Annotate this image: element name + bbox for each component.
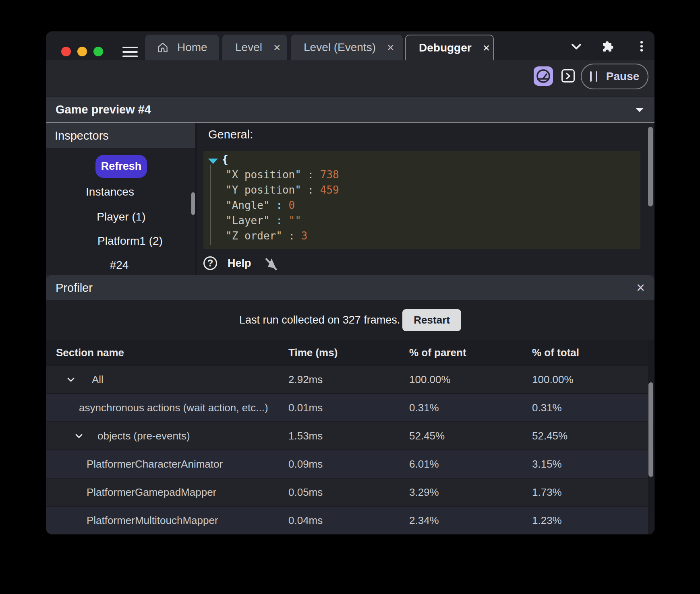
column-header-parent: % of parent — [409, 346, 532, 359]
section-name: asynchronous actions (wait action, etc..… — [79, 402, 268, 414]
chevron-down-icon[interactable] — [74, 431, 84, 441]
json-line: "Layer" : "" — [226, 214, 301, 227]
chevron-down-icon[interactable] — [570, 39, 583, 53]
percent-of-parent: 6.01% — [409, 458, 532, 470]
time-ms: 0.04ms — [288, 514, 409, 527]
inspectors-title: Inspectors — [55, 129, 109, 142]
close-window-button[interactable] — [61, 47, 71, 56]
profiler-scrollbar[interactable] — [648, 382, 653, 477]
pause-icon — [590, 71, 597, 82]
section-name: All — [92, 373, 104, 386]
column-header-section: Section name — [46, 346, 288, 359]
kebab-menu-icon[interactable] — [635, 39, 648, 53]
profiler-panel: Last run collected on 327 frames. Restar… — [46, 300, 654, 534]
percent-of-total: 1.73% — [532, 486, 654, 499]
time-ms: 1.53ms — [288, 430, 409, 442]
table-row[interactable]: objects (pre-events) 1.53ms 52.45% 52.45… — [46, 421, 654, 450]
percent-of-total: 3.15% — [532, 458, 654, 470]
table-row[interactable]: PlatformerCharacterAnimator 0.09ms 6.01%… — [46, 450, 654, 478]
dropdown-triangle-icon[interactable] — [634, 105, 645, 114]
column-header-time: Time (ms) — [288, 346, 409, 359]
pick-instance-disabled-icon[interactable] — [262, 255, 278, 272]
zoom-window-button[interactable] — [93, 47, 103, 56]
json-line: "Z order" : 3 — [226, 230, 308, 242]
game-preview-bar[interactable]: Game preview #4 — [46, 97, 654, 123]
inspectors-panel: Inspectors Refresh Instances Player (1) … — [46, 123, 197, 275]
tree-item-instances[interactable]: Instances — [46, 186, 185, 198]
tab-label: Level (Events) — [304, 41, 376, 54]
section-name: PlatformerMultitouchMapper — [87, 514, 218, 527]
percent-of-total: 100.00% — [532, 373, 654, 386]
profiler-table: All 2.92ms 100.00% 100.00% asynchronous … — [46, 365, 654, 534]
percent-of-parent: 0.31% — [409, 402, 532, 414]
close-profiler-icon[interactable]: × — [636, 280, 645, 295]
profiler-header: Profiler × — [46, 275, 654, 300]
percent-of-parent: 2.34% — [409, 514, 532, 527]
pause-label: Pause — [606, 70, 640, 83]
restart-button[interactable]: Restart — [402, 309, 461, 331]
close-tab-icon[interactable]: × — [387, 41, 394, 54]
section-name: PlatformerCharacterAnimator — [87, 458, 223, 470]
section-name: objects (pre-events) — [97, 430, 190, 442]
minimize-window-button[interactable] — [77, 47, 87, 56]
json-line: "Angle" : 0 — [226, 199, 295, 211]
extensions-puzzle-icon[interactable] — [601, 39, 615, 54]
tab-level[interactable]: Level × — [222, 35, 287, 60]
time-ms: 0.09ms — [288, 458, 409, 470]
tree-item-platform1[interactable]: Platform1 (2) — [55, 235, 205, 248]
expand-triangle-icon[interactable] — [207, 156, 219, 168]
tab-debugger[interactable]: Debugger × — [405, 35, 494, 60]
table-row[interactable]: PlatformerMultitouchMapper 0.04ms 2.34% … — [46, 506, 654, 534]
time-ms: 0.05ms — [288, 486, 409, 499]
tab-label: Level — [235, 41, 262, 54]
debugger-content: Inspectors Refresh Instances Player (1) … — [46, 123, 654, 275]
home-icon — [156, 41, 169, 54]
tab-level-events[interactable]: Level (Events) × — [291, 35, 403, 60]
table-row[interactable]: PlatformerGamepadMapper 0.05ms 3.29% 1.7… — [46, 478, 654, 506]
chevron-down-icon[interactable] — [66, 375, 76, 384]
percent-of-parent: 100.00% — [409, 373, 532, 386]
tab-label: Debugger — [419, 41, 472, 54]
console-button[interactable] — [561, 69, 575, 82]
tab-bar: Home Level × Level (Events) × Debugger × — [46, 31, 654, 60]
column-header-total: % of total — [532, 346, 654, 359]
percent-of-parent: 52.45% — [409, 430, 532, 442]
tab-home[interactable]: Home — [145, 35, 219, 60]
close-tab-icon[interactable]: × — [273, 41, 281, 54]
inspectors-scrollbar[interactable] — [191, 192, 195, 215]
window-controls — [61, 47, 103, 56]
general-title: General: — [208, 128, 253, 141]
help-label[interactable]: Help — [228, 257, 251, 270]
percent-of-total: 0.31% — [532, 402, 654, 414]
percent-of-parent: 3.29% — [409, 486, 532, 499]
section-name: PlatformerGamepadMapper — [87, 486, 216, 499]
refresh-button[interactable]: Refresh — [95, 155, 147, 178]
app-window: Home Level × Level (Events) × Debugger × — [46, 31, 654, 534]
time-ms: 0.01ms — [288, 402, 409, 414]
table-row[interactable]: All 2.92ms 100.00% 100.00% — [46, 365, 654, 393]
tree-item-instance-24[interactable]: #24 — [46, 259, 195, 272]
close-tab-icon[interactable]: × — [483, 42, 490, 54]
hamburger-menu-icon[interactable] — [122, 47, 138, 57]
percent-of-total: 52.45% — [532, 430, 654, 442]
tree-item-player[interactable]: Player (1) — [46, 210, 197, 223]
indent-guide — [210, 165, 211, 245]
json-line: "X position" : 738 — [226, 169, 339, 181]
json-line: "Y position" : 459 — [226, 184, 339, 196]
help-icon[interactable]: ? — [203, 256, 217, 270]
general-scrollbar[interactable] — [648, 127, 653, 206]
time-ms: 2.92ms — [288, 373, 409, 386]
general-panel: General: { "X position" : 738 "Y positio… — [198, 123, 654, 275]
pause-button[interactable]: Pause — [581, 64, 648, 89]
profiler-title: Profiler — [56, 281, 93, 295]
json-open-brace: { — [222, 153, 228, 165]
percent-of-total: 1.23% — [532, 514, 654, 527]
tab-label: Home — [177, 41, 207, 54]
table-row[interactable]: asynchronous actions (wait action, etc..… — [46, 393, 654, 421]
instance-properties-json: { "X position" : 738 "Y position" : 459 … — [203, 151, 640, 249]
profiler-table-header: Section name Time (ms) % of parent % of … — [46, 340, 654, 365]
game-preview-title: Game preview #4 — [56, 103, 151, 116]
profiler-status: Last run collected on 327 frames. — [239, 314, 400, 326]
profiler-gauge-button[interactable] — [534, 66, 553, 86]
inspectors-header: Inspectors — [46, 123, 195, 148]
